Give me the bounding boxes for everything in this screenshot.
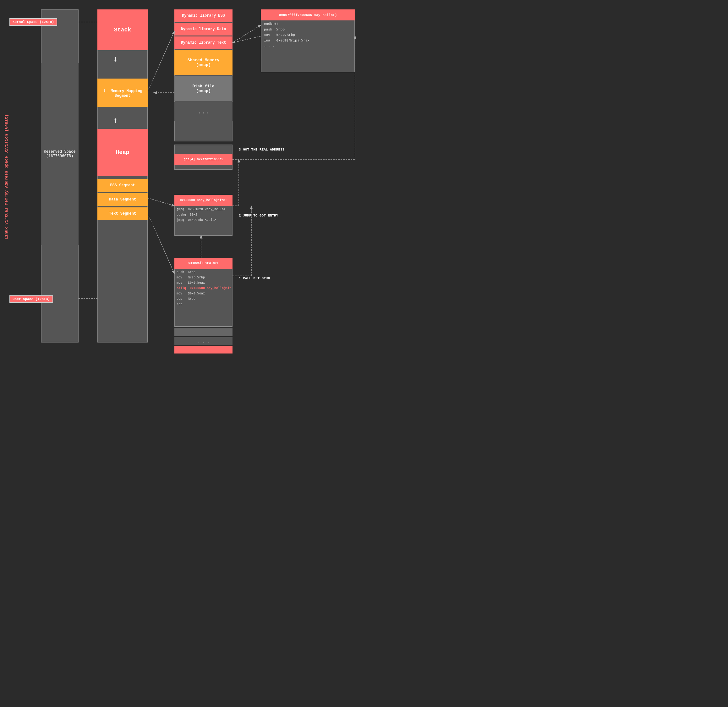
up-arrow: ↑ (113, 116, 117, 125)
bss-segment: BSS Segment (97, 179, 148, 192)
plt-header: 0x400500 <say_hello@plt>: (174, 195, 233, 206)
main-header: 0x4005fd <main>: (174, 258, 233, 269)
mmap-dots: ... (174, 102, 233, 121)
mmap-shared-memory: Shared Memory(mmap) (174, 50, 233, 75)
main-code: push %rbp mov %rsp,%rbp mov $0x0,%eax ca… (176, 270, 231, 307)
svg-line-8 (233, 36, 261, 43)
svg-line-6 (148, 214, 174, 273)
mmap-disk-file: Disk file(mmap) (174, 76, 233, 101)
user-space-label: User Space (128TB) (9, 295, 53, 303)
call-plt-stub-label: 1 CALL PLT STUB (239, 276, 270, 280)
stack-segment: Stack (97, 9, 148, 50)
plt-code: jmpq 0x601028 <say_hello> pushq $0x2 jmp… (176, 207, 225, 223)
bottom-box1 (174, 328, 233, 336)
svg-line-7 (233, 25, 261, 43)
reserved-space-label: Reserved Space(16776960TB) (41, 63, 78, 245)
bottom-box3 (174, 346, 233, 354)
svg-line-5 (148, 198, 174, 206)
got-entry: got[4] 0x7ff0221056a5 (174, 154, 233, 165)
reserved-space-text: Reserved Space(16776960TB) (44, 150, 76, 158)
vertical-label: Linux Virtual Memroy Address Space Divis… (4, 114, 9, 239)
mmap-dynlib-data: Dynamic library Data (174, 23, 233, 36)
jump-got-entry-label: 2 JUMP TO GOT ENTRY (239, 214, 278, 217)
mmap-dynlib-text: Dynamic library Text (174, 36, 233, 49)
svg-line-4 (148, 32, 174, 91)
dynlib-code: endbr64 push %rbp mov %rsp,%rbp lea 0xed… (264, 22, 309, 49)
text-segment: Text Segment (97, 207, 148, 220)
data-segment: Data Segment (97, 193, 148, 206)
down-arrow: ↓ (113, 55, 117, 64)
got-real-address-label: 3 GOT THE REAL ADDRESS (239, 148, 285, 152)
diagram-container: Linux Virtual Memroy Address Space Divis… (0, 0, 364, 354)
bottom-box2: . . . (174, 337, 233, 345)
heap-segment: Heap (97, 129, 148, 176)
dynlib-header: 0x007ffff7c006a5 say_hello() (261, 9, 355, 20)
mmap-dynlib-bss: Dynamic library BSS (174, 9, 233, 22)
mmap-segment: ↓ Memory MappingSegment (97, 78, 148, 107)
kernel-space-label: Kernel Space (128TB) (9, 18, 57, 26)
segment-column (97, 9, 148, 343)
